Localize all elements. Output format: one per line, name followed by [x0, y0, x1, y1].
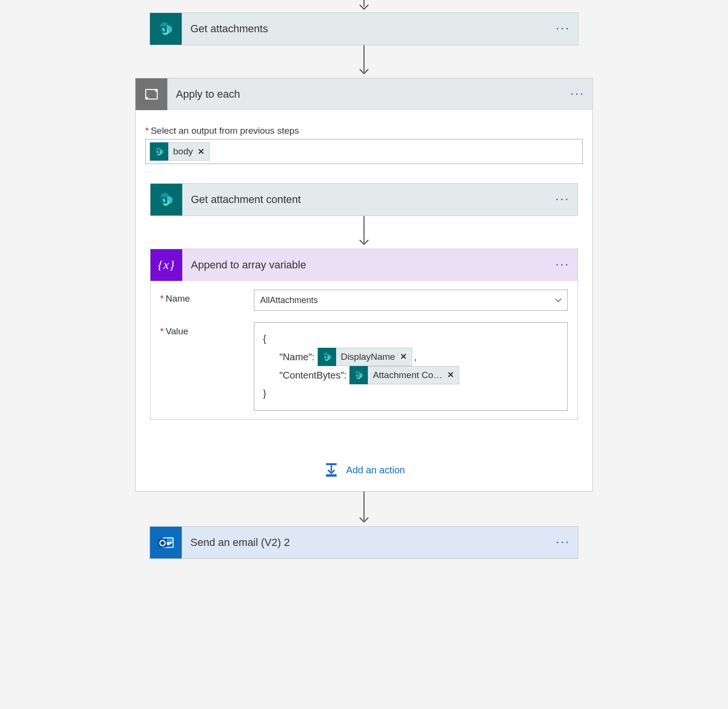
scope-header[interactable]: Apply to each ··· — [136, 78, 592, 110]
action-send-email[interactable]: Send an email (V2) 2 ··· — [150, 526, 578, 559]
token-remove-icon[interactable]: ✕ — [400, 349, 407, 365]
loop-icon — [136, 78, 167, 110]
param-label: Name — [165, 293, 190, 304]
action-header[interactable]: {x} Append to array variable ··· — [151, 249, 577, 281]
flow-designer-canvas: S Get attachments ··· — [0, 0, 728, 709]
param-value: *Value { "Name": — [151, 319, 577, 419]
param-label: Value — [165, 326, 188, 336]
token-label: DisplayName — [341, 348, 395, 366]
field-label: *Select an output from previous steps — [145, 126, 583, 136]
insert-action-icon — [323, 463, 339, 477]
token-body[interactable]: S body ✕ — [150, 142, 210, 161]
name-select[interactable]: AllAttachments — [254, 290, 568, 311]
token-label: body — [173, 146, 193, 157]
scope-apply-to-each: Apply to each ··· *Select an output from… — [135, 78, 593, 492]
svg-rect-29 — [326, 463, 337, 465]
add-action-label: Add an action — [346, 465, 405, 476]
action-title: Send an email (V2) 2 — [182, 536, 549, 549]
add-action-button[interactable]: Add an action — [323, 463, 405, 477]
svg-text:S: S — [325, 355, 326, 359]
sharepoint-icon: S — [350, 366, 368, 384]
connector-arrow — [358, 492, 370, 526]
action-title: Append to array variable — [182, 259, 549, 271]
sharepoint-icon: S — [151, 184, 182, 215]
token-attachment-content[interactable]: S Attachment Co… ✕ — [349, 366, 459, 384]
action-title: Get attachments — [182, 23, 549, 35]
action-append-to-array: {x} Append to array variable ··· *Name A… — [150, 249, 578, 420]
value-input[interactable]: { "Name": — [254, 322, 568, 411]
action-title: Get attachment content — [182, 193, 549, 206]
token-label: Attachment Co… — [373, 367, 442, 384]
variables-icon: {x} — [151, 249, 182, 281]
connector-arrow — [358, 45, 370, 78]
svg-text:S: S — [162, 27, 165, 32]
chevron-down-icon — [555, 296, 562, 304]
select-output-input[interactable]: S body ✕ — [145, 139, 583, 164]
token-displayname[interactable]: S DisplayName ✕ — [317, 348, 412, 366]
svg-rect-31 — [326, 474, 337, 477]
connector-arrow — [358, 216, 370, 249]
action-get-attachment-content[interactable]: S Get attachment content ··· — [150, 183, 578, 216]
outlook-icon — [150, 527, 182, 558]
action-get-attachments[interactable]: S Get attachments ··· — [150, 13, 578, 45]
scope-title: Apply to each — [167, 88, 564, 101]
svg-text:S: S — [356, 374, 358, 377]
connector-arrow — [358, 0, 370, 13]
sharepoint-icon: S — [318, 348, 336, 366]
token-remove-icon[interactable]: ✕ — [447, 367, 454, 383]
sharepoint-icon: S — [150, 142, 168, 161]
token-remove-icon[interactable]: ✕ — [198, 147, 204, 157]
svg-text:S: S — [163, 198, 165, 203]
svg-text:S: S — [157, 150, 159, 153]
sharepoint-icon: S — [150, 13, 182, 45]
name-value: AllAttachments — [260, 295, 318, 305]
param-name: *Name AllAttachments — [151, 281, 577, 319]
